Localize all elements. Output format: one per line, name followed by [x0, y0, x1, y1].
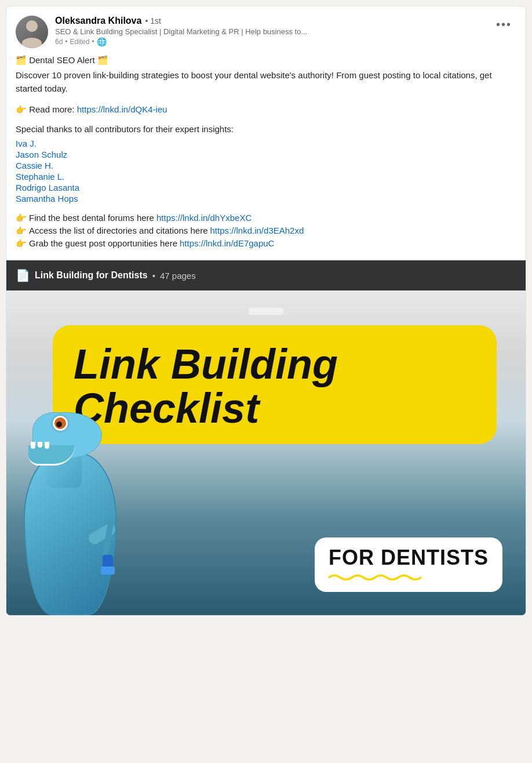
meta-separator2: •: [92, 38, 94, 46]
contributor-item[interactable]: Stephanie L.: [16, 172, 516, 181]
meta-separator: •: [65, 38, 67, 46]
dinosaur-illustration: [6, 395, 151, 615]
resource-emoji: 👉: [16, 226, 27, 236]
contributor-item[interactable]: Iva J.: [16, 139, 516, 148]
resource-emoji: 👉: [16, 213, 27, 223]
doc-title: Link Building for Dentists: [35, 270, 148, 281]
contributors-list: Iva J.Jason SchulzCassie H.Stephanie L.R…: [16, 139, 516, 204]
white-badge: FOR DENTISTS: [315, 537, 502, 592]
post-body: 🗂️ Dental SEO Alert 🗂️ Discover 10 prove…: [6, 48, 526, 260]
resource-link[interactable]: https://lnkd.in/d3EAh2xd: [210, 226, 304, 235]
doc-banner[interactable]: 📄 Link Building for Dentists • 47 pages: [6, 260, 526, 290]
resource-line-item: 👉 Grab the guest post opportunities here…: [16, 238, 516, 249]
post-time: 6d: [55, 38, 63, 46]
post-image: Link Building Checklist FOR DENTISTS: [6, 290, 526, 615]
resource-text: Grab the guest post opportunities here: [29, 238, 177, 248]
header-left: Oleksandra Khilova • 1st SEO & Link Buil…: [16, 16, 307, 48]
contributor-item[interactable]: Cassie H.: [16, 161, 516, 170]
linkedin-post-card: Oleksandra Khilova • 1st SEO & Link Buil…: [6, 6, 526, 616]
connection-badge: • 1st: [145, 16, 161, 26]
resource-text: Find the best dental forums here: [29, 213, 154, 223]
more-options-button[interactable]: •••: [491, 16, 516, 34]
read-more-line: 👉 Read more: https://lnkd.in/dQK4-ieu: [16, 104, 516, 115]
resource-lines: 👉 Find the best dental forums here https…: [16, 213, 516, 249]
doc-pages: 47 pages: [160, 271, 196, 281]
ceiling-light: [249, 308, 283, 315]
author-title: SEO & Link Building Specialist | Digital…: [55, 27, 307, 36]
thanks-line: Special thanks to all contributors for t…: [16, 124, 516, 134]
white-badge-text: FOR DENTISTS: [329, 546, 489, 570]
alert-line: 🗂️ Dental SEO Alert 🗂️: [16, 55, 516, 66]
alert-text: 🗂️ Dental SEO Alert 🗂️: [16, 55, 108, 66]
read-more-label: 👉 Read more:: [16, 104, 75, 114]
post-header: Oleksandra Khilova • 1st SEO & Link Buil…: [6, 6, 526, 48]
doc-icon: 📄: [16, 268, 30, 282]
resource-line-item: 👉 Find the best dental forums here https…: [16, 213, 516, 223]
resource-link[interactable]: https://lnkd.in/dhYxbeXC: [156, 213, 252, 223]
globe-icon: 🌐: [97, 37, 107, 46]
author-info: Oleksandra Khilova • 1st SEO & Link Buil…: [55, 16, 307, 46]
post-edited: Edited: [70, 38, 90, 46]
post-description: Discover 10 proven link-building strateg…: [16, 69, 516, 95]
contributor-item[interactable]: Jason Schulz: [16, 150, 516, 159]
author-name[interactable]: Oleksandra Khilova: [55, 16, 141, 26]
resource-link[interactable]: https://lnkd.in/dE7gapuC: [180, 238, 274, 248]
resource-emoji: 👉: [16, 238, 27, 249]
post-meta: 6d • Edited • 🌐: [55, 37, 307, 46]
resource-text: Access the list of directories and citat…: [29, 226, 207, 235]
contributor-item[interactable]: Rodrigo Lasanta: [16, 183, 516, 192]
author-name-row: Oleksandra Khilova • 1st: [55, 16, 307, 26]
resource-line-item: 👉 Access the list of directories and cit…: [16, 226, 516, 236]
author-avatar[interactable]: [16, 16, 48, 48]
contributor-item[interactable]: Samantha Hops: [16, 194, 516, 204]
read-more-link[interactable]: https://lnkd.in/dQK4-ieu: [77, 104, 167, 114]
squiggle-decoration: [329, 573, 421, 582]
doc-separator: •: [152, 271, 155, 281]
